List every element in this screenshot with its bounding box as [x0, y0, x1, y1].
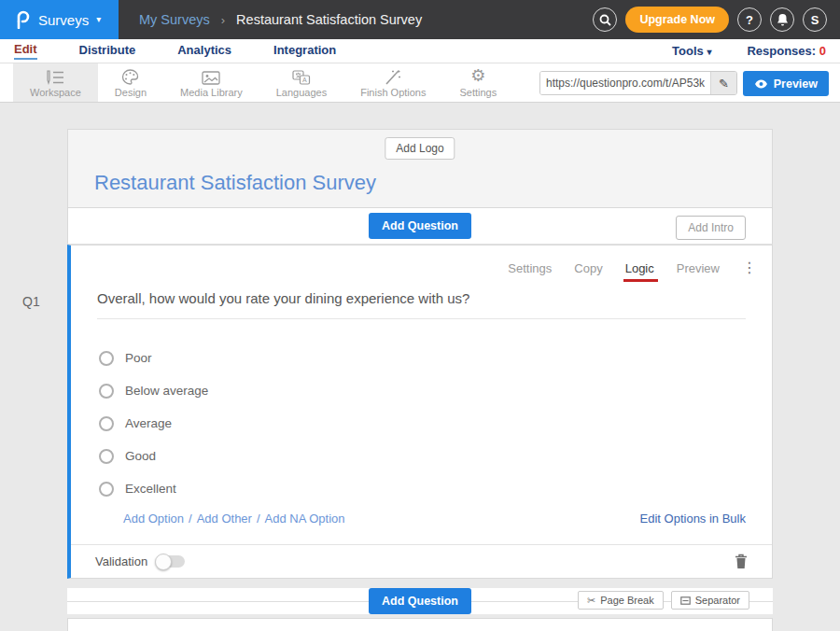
toolbar-item-label: Workspace — [30, 87, 81, 98]
question-number: Q1 — [22, 294, 40, 309]
tools-menu[interactable]: Tools ▾ — [672, 44, 711, 58]
questionpro-logo-icon — [15, 10, 31, 29]
tab-distribute[interactable]: Distribute — [79, 43, 136, 59]
answer-options: Poor Below average Average Good — [99, 342, 772, 505]
survey-url-group: ✎ — [539, 71, 737, 95]
validation-label: Validation — [95, 554, 147, 568]
translate-icon: A — [292, 67, 311, 85]
image-icon — [202, 67, 220, 85]
link-separator: / — [189, 512, 192, 526]
add-question-button[interactable]: Add Question — [369, 213, 471, 239]
option-label[interactable]: Below average — [125, 384, 208, 398]
link-separator: / — [257, 512, 260, 526]
question-copy-link[interactable]: Copy — [574, 261, 602, 275]
tab-edit[interactable]: Edit — [14, 42, 37, 60]
add-question-button-bottom[interactable]: Add Question — [369, 588, 471, 614]
question-card: Settings Copy Logic Preview ⋮ Overall, h… — [67, 245, 773, 579]
radio-icon[interactable] — [99, 482, 114, 497]
next-section-partial — [67, 618, 773, 631]
survey-canvas: Q1 Add Logo Restaurant Satisfaction Surv… — [0, 103, 840, 631]
validation-row: Validation — [71, 544, 772, 578]
gear-icon: ⚙ — [470, 67, 485, 85]
survey-url-input[interactable] — [540, 72, 710, 94]
delete-question-button[interactable] — [735, 554, 748, 569]
option-label[interactable]: Poor — [125, 351, 152, 365]
scissors-icon: ✂ — [587, 596, 595, 606]
palette-icon — [121, 67, 139, 85]
question-logic-link[interactable]: Logic — [625, 261, 654, 275]
kebab-menu-icon[interactable]: ⋮ — [742, 260, 757, 275]
breadcrumb-current-survey: Restaurant Satisfaction Survey — [236, 12, 422, 27]
separator-button[interactable]: Separator — [671, 591, 749, 610]
add-intro-button[interactable]: Add Intro — [676, 216, 746, 240]
option-label[interactable]: Excellent — [125, 482, 176, 496]
product-switcher[interactable]: Surveys ▾ — [0, 0, 119, 39]
toolbar-item-label: Settings — [459, 87, 497, 98]
edit-options-in-bulk-link[interactable]: Edit Options in Bulk — [640, 512, 746, 526]
search-button[interactable] — [593, 7, 617, 32]
option-links-row: Add Option / Add Other / Add NA Option E… — [123, 512, 746, 526]
edit-url-button[interactable]: ✎ — [710, 72, 736, 94]
question-text[interactable]: Overall, how would you rate your dining … — [97, 290, 746, 306]
editor-toolbar: Workspace Design Media Library A Languag… — [0, 63, 840, 103]
question-text-underline — [97, 318, 746, 319]
svg-text:A: A — [302, 77, 307, 83]
toggle-knob — [155, 554, 172, 570]
option-row-good[interactable]: Good — [99, 440, 772, 472]
top-header: Surveys ▾ My Surveys › Restaurant Satisf… — [0, 0, 840, 39]
preview-button[interactable]: Preview — [743, 71, 829, 96]
add-question-row-bottom: Add Question ✂ Page Break Separator — [67, 588, 773, 614]
eye-icon — [754, 79, 768, 89]
question-mark-icon: ? — [746, 13, 753, 27]
question-settings-link[interactable]: Settings — [508, 261, 552, 275]
toolbar-item-label: Design — [115, 87, 147, 98]
option-row-below-average[interactable]: Below average — [99, 374, 772, 407]
radio-icon[interactable] — [99, 384, 114, 399]
header-actions: Upgrade Now ? S — [593, 7, 827, 33]
add-question-row-top: Add Question Add Intro — [67, 207, 773, 245]
option-label[interactable]: Average — [125, 416, 172, 430]
radio-icon[interactable] — [99, 351, 114, 366]
tab-integration[interactable]: Integration — [273, 43, 336, 59]
bell-icon — [777, 13, 789, 26]
separator-icon — [680, 596, 691, 605]
breadcrumb: My Surveys › Restaurant Satisfaction Sur… — [139, 12, 422, 27]
survey-title[interactable]: Restaurant Satisfaction Survey — [94, 171, 376, 195]
option-row-average[interactable]: Average — [99, 407, 772, 440]
add-other-link[interactable]: Add Other — [197, 512, 252, 526]
chevron-down-icon: ▾ — [96, 15, 101, 24]
pencil-icon: ✎ — [719, 77, 729, 91]
toolbar-item-media-library[interactable]: Media Library — [163, 63, 259, 102]
option-label[interactable]: Good — [125, 449, 156, 463]
page-break-button[interactable]: ✂ Page Break — [578, 591, 664, 610]
question-preview-link[interactable]: Preview — [677, 261, 720, 275]
responses-count: 0 — [819, 44, 826, 58]
avatar-initial: S — [811, 13, 819, 27]
avatar[interactable]: S — [803, 7, 827, 32]
add-option-link[interactable]: Add Option — [123, 512, 184, 526]
magic-wand-icon — [385, 67, 401, 85]
chevron-down-icon: ▾ — [707, 47, 711, 57]
search-icon — [599, 14, 611, 26]
toolbar-item-workspace[interactable]: Workspace — [13, 63, 98, 102]
toolbar-item-settings[interactable]: ⚙ Settings — [442, 63, 513, 102]
validation-toggle[interactable] — [157, 555, 185, 568]
add-logo-button[interactable]: Add Logo — [385, 137, 455, 160]
notifications-button[interactable] — [770, 7, 794, 32]
toolbar-item-design[interactable]: Design — [98, 63, 163, 102]
responses-counter[interactable]: Responses: 0 — [747, 44, 826, 58]
radio-icon[interactable] — [99, 416, 114, 431]
questionpro-survey-editor: Surveys ▾ My Surveys › Restaurant Satisf… — [0, 0, 840, 631]
toolbar-item-finish-options[interactable]: Finish Options — [343, 63, 442, 102]
tab-analytics[interactable]: Analytics — [177, 43, 231, 59]
section-nav: Edit Distribute Analytics Integration To… — [0, 39, 840, 63]
trash-icon — [735, 554, 748, 569]
add-na-option-link[interactable]: Add NA Option — [265, 512, 345, 526]
breadcrumb-my-surveys[interactable]: My Surveys — [139, 12, 210, 27]
option-row-poor[interactable]: Poor — [99, 342, 772, 374]
radio-icon[interactable] — [99, 449, 114, 464]
upgrade-now-button[interactable]: Upgrade Now — [625, 7, 729, 33]
help-button[interactable]: ? — [737, 7, 762, 32]
option-row-excellent[interactable]: Excellent — [99, 472, 772, 505]
toolbar-item-languages[interactable]: A Languages — [259, 63, 343, 102]
